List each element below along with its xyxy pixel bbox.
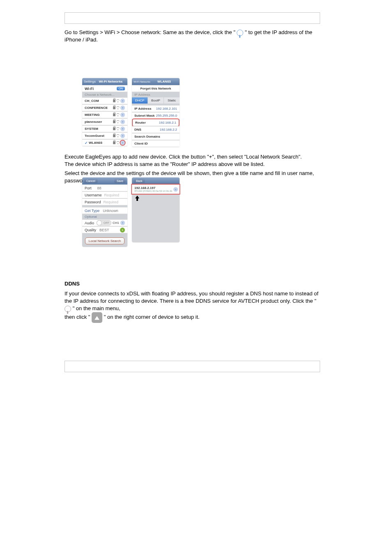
network-name: SYSTEM xyxy=(85,127,98,131)
port-row[interactable]: Port 88 xyxy=(82,184,127,191)
wifi-network-row[interactable]: TecomGuest› xyxy=(82,132,127,139)
ip-detail-row: Client ID xyxy=(132,140,180,147)
wifi-signal-icon xyxy=(116,106,120,110)
detail-label: IP Address xyxy=(134,107,151,111)
gettype-row[interactable]: Get Type Unknown xyxy=(82,207,127,214)
chevron-right-icon[interactable]: › xyxy=(120,221,125,225)
detail-label: DNS xyxy=(134,128,141,131)
chevron-right-icon[interactable]: › xyxy=(120,228,125,233)
network-name: MEETING xyxy=(85,113,99,117)
found-ip: 192.168.2.197 xyxy=(134,186,155,190)
wifi-networks-screenshot: Settings Wi-Fi Networks Wi-Fi ON Choose … xyxy=(82,78,127,146)
detail-disclosure-icon[interactable]: › xyxy=(120,140,125,145)
detail-disclosure-icon[interactable]: › xyxy=(120,99,125,103)
lock-icon xyxy=(113,106,115,109)
detail-disclosure-icon xyxy=(237,30,243,36)
cancel-button[interactable]: Cancel xyxy=(84,179,98,183)
audio-toggle[interactable]: OFF xyxy=(97,220,111,226)
wifi-label: Wi-Fi xyxy=(85,87,94,91)
lock-icon xyxy=(113,127,115,130)
detail-value: 255.255.255.0 xyxy=(156,114,177,117)
ddns-title: DDNS xyxy=(65,281,80,287)
wifi-signal-icon xyxy=(116,113,120,117)
detail-value: 192.168.2.1 xyxy=(159,121,176,124)
intro-text-a: Go to Settings > WiFi > Choose network: … xyxy=(65,29,235,35)
found-sub: IPCAM (FIXED) 00:0e:53:14:3b:2b xyxy=(134,190,172,192)
wifi-network-row[interactable]: SYSTEM› xyxy=(82,125,127,132)
wifi-network-row[interactable]: MEETING› xyxy=(82,111,127,118)
nav-back[interactable]: Wi-Fi Networks xyxy=(134,81,150,83)
forget-network-button[interactable]: Forget this Network xyxy=(132,85,180,92)
password-row[interactable]: Password Required xyxy=(82,198,127,205)
username-row[interactable]: Username Required xyxy=(82,191,127,198)
ddns-l2a: then click " xyxy=(65,314,90,320)
username-placeholder: Required xyxy=(104,193,120,197)
wifi-network-row[interactable]: CONFERENCE› xyxy=(82,104,127,111)
ip-mode-tabs[interactable]: DHCP BootP Static xyxy=(132,97,180,104)
quality-label: Quality xyxy=(85,228,96,232)
ip-detail-row: DNS192.168.2.2 xyxy=(132,126,180,133)
ip-detail-row: IP Address192.168.2.101 xyxy=(132,105,180,112)
quality-row[interactable]: Quality BEST › xyxy=(82,226,127,233)
tab-bootp[interactable]: BootP xyxy=(148,97,164,104)
network-name: CH_COM xyxy=(85,99,99,103)
nav-back[interactable]: Settings xyxy=(84,80,96,83)
gettype-value: Unknown xyxy=(103,209,118,213)
nav-title: WLAN03 xyxy=(150,80,178,83)
network-name: TecomGuest xyxy=(85,134,104,138)
checkmark-icon: ✓ xyxy=(85,141,88,145)
quality-value: BEST xyxy=(99,228,109,232)
footer-divider xyxy=(65,361,320,372)
chevron-right-icon[interactable]: › xyxy=(173,187,178,191)
detail-disclosure-icon[interactable]: › xyxy=(120,106,125,110)
port-label: Port xyxy=(85,186,92,190)
username-label: Username xyxy=(85,193,102,197)
nav-title: Wi-Fi Networks xyxy=(96,80,126,83)
wifi-on-pill[interactable]: ON xyxy=(117,87,125,90)
detail-disclosure-icon[interactable]: › xyxy=(120,134,125,138)
header-divider xyxy=(65,12,320,24)
ip-section-label: IP Address xyxy=(132,92,180,97)
detail-disclosure-icon[interactable]: › xyxy=(120,120,125,124)
wifi-signal-icon xyxy=(116,134,120,138)
detail-value: 192.168.2.2 xyxy=(160,128,177,131)
tab-dhcp[interactable]: DHCP xyxy=(132,97,148,104)
wifi-signal-icon xyxy=(116,99,120,103)
mid-p1b: The device which IP address is same as t… xyxy=(65,161,320,168)
wifi-toggle-row[interactable]: Wi-Fi ON xyxy=(82,85,127,92)
wifi-signal-icon xyxy=(116,127,120,131)
lock-icon xyxy=(113,120,115,123)
wifi-network-row[interactable]: planexuser› xyxy=(82,118,127,125)
detail-disclosure-icon[interactable]: › xyxy=(120,127,125,131)
detail-label: Router xyxy=(135,121,146,124)
wifi-network-row[interactable]: ✓WLAN03› xyxy=(82,139,127,146)
save-button[interactable]: Save xyxy=(114,179,126,183)
search-result-screenshot: Back 192.168.2.197 IPCAM (FIXED) 00:0e:5… xyxy=(132,177,180,242)
detail-label: Client ID xyxy=(134,142,148,145)
optional-label: Optional xyxy=(82,214,127,219)
ip-detail-row: Router192.168.2.1 xyxy=(133,119,179,126)
network-name: WLAN03 xyxy=(89,141,102,145)
network-detail-screenshot: Wi-Fi Networks WLAN03 Forget this Networ… xyxy=(132,78,180,147)
wifi-network-row[interactable]: CH_COM› xyxy=(82,97,127,104)
lock-icon xyxy=(113,99,115,102)
back-button[interactable]: Back xyxy=(134,179,145,183)
mid-p1a: Execute EagleEyes app to add new device.… xyxy=(65,153,320,161)
ddns-l1c: " on the main menu, xyxy=(73,305,120,311)
detail-disclosure-icon xyxy=(65,306,71,312)
choose-network-label: Choose a Network... xyxy=(82,92,127,97)
found-device-row[interactable]: 192.168.2.197 IPCAM (FIXED) 00:0e:53:14:… xyxy=(132,184,180,194)
paper-plane-icon xyxy=(92,312,102,323)
detail-value: 192.168.2.101 xyxy=(156,107,177,111)
network-name: CONFERENCE xyxy=(85,106,108,110)
password-placeholder: Required xyxy=(104,200,119,204)
detail-label: Subnet Mask xyxy=(134,114,154,117)
audio-row[interactable]: Audio OFF CH1 › xyxy=(82,219,127,226)
port-value: 88 xyxy=(97,186,101,190)
local-network-search-button[interactable]: Local Network Search xyxy=(85,237,125,244)
tab-static[interactable]: Static xyxy=(164,97,180,104)
ip-detail-row: Search Domains xyxy=(132,133,180,140)
ddns-l1b: There is a free DDNS service for AVTECH … xyxy=(160,298,316,304)
detail-disclosure-icon[interactable]: › xyxy=(120,113,125,117)
audio-label: Audio xyxy=(85,221,94,225)
